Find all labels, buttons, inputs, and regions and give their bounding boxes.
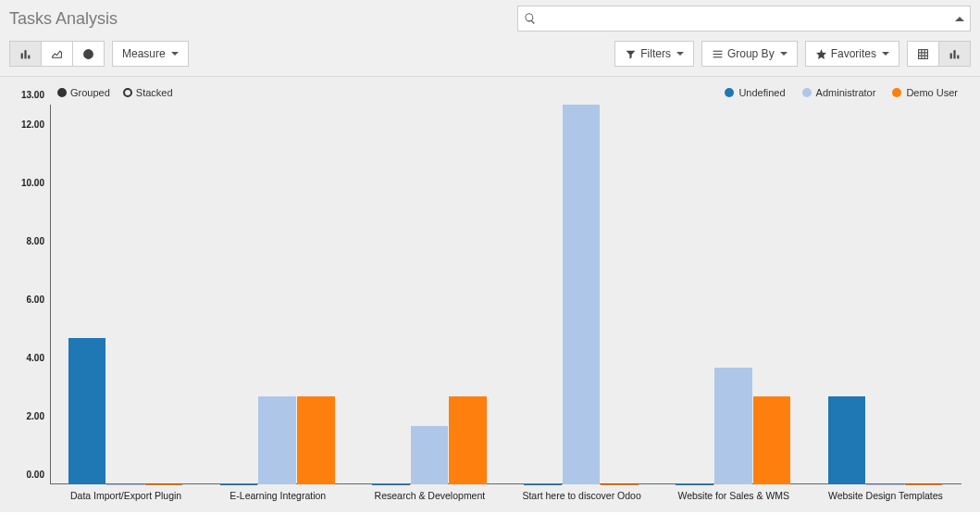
search-icon (524, 12, 537, 25)
bar[interactable] (68, 338, 106, 484)
series-legend: UndefinedAdministratorDemo User (725, 87, 958, 98)
svg-rect-1 (24, 50, 26, 58)
chart-type-group (9, 41, 105, 67)
list-icon (712, 48, 724, 60)
y-tick-label: 6.00 (27, 294, 44, 304)
svg-rect-2 (28, 55, 30, 58)
bar[interactable] (449, 396, 487, 484)
collapse-search-icon[interactable] (955, 17, 964, 21)
line-chart-icon (51, 48, 63, 60)
x-category-label: Research & Development (375, 490, 486, 501)
pivot-view-button[interactable] (907, 41, 939, 67)
bar-chart-icon (949, 48, 961, 60)
pie-chart-icon (82, 48, 94, 60)
svg-rect-5 (713, 56, 723, 57)
bar[interactable] (828, 396, 866, 484)
y-tick-label: 4.00 (27, 352, 44, 362)
table-icon (917, 48, 929, 60)
plot: 0.002.004.006.008.0010.0012.0013.00Data … (50, 105, 961, 484)
legend-dot-icon (725, 88, 734, 97)
stacked-label: Stacked (136, 87, 173, 98)
chevron-down-icon (676, 52, 684, 56)
legend-dot-icon (892, 88, 901, 97)
y-tick-label: 2.00 (27, 410, 44, 420)
groupby-label: Group By (727, 47, 775, 60)
bar[interactable] (524, 484, 562, 485)
x-category-label: Website for Sales & WMS (677, 490, 789, 501)
x-axis (50, 483, 961, 484)
bar[interactable] (676, 484, 713, 485)
bar[interactable] (714, 368, 752, 484)
svg-rect-11 (950, 53, 952, 58)
y-tick-label: 10.00 (21, 177, 44, 187)
legend-item[interactable]: Undefined (725, 87, 785, 98)
search-input[interactable] (537, 12, 955, 26)
filters-dropdown[interactable]: Filters (614, 41, 694, 67)
x-category-label: Data Import/Export Plugin (70, 490, 181, 501)
view-switch-group (907, 41, 971, 67)
bar-chart-button[interactable] (9, 41, 42, 67)
bar[interactable] (220, 484, 258, 485)
svg-rect-12 (953, 50, 955, 58)
legend-item[interactable]: Administrator (802, 87, 876, 98)
bar[interactable] (411, 426, 449, 484)
graph-view-button[interactable] (939, 41, 971, 67)
filter-icon (625, 48, 637, 60)
chart-area: Grouped Stacked UndefinedAdministratorDe… (0, 77, 980, 512)
chevron-down-icon (780, 52, 788, 56)
measure-label: Measure (122, 47, 166, 60)
svg-rect-13 (957, 55, 959, 58)
favorites-dropdown[interactable]: Favorites (805, 41, 899, 67)
legend-label: Undefined (738, 87, 785, 98)
y-axis (50, 105, 51, 484)
radio-empty-icon (123, 88, 132, 97)
grouped-toggle[interactable]: Grouped (57, 87, 110, 98)
grouped-label: Grouped (70, 87, 110, 98)
stacked-toggle[interactable]: Stacked (123, 87, 173, 98)
chevron-down-icon (882, 52, 889, 56)
legend-label: Demo User (906, 87, 958, 98)
bar[interactable] (866, 484, 904, 485)
legend-item[interactable]: Demo User (892, 87, 958, 98)
bar[interactable] (563, 105, 601, 484)
bar[interactable] (601, 484, 639, 485)
groupby-dropdown[interactable]: Group By (701, 41, 798, 67)
y-tick-label: 12.00 (21, 119, 44, 129)
page-title: Tasks Analysis (9, 9, 136, 29)
star-icon (815, 48, 827, 60)
bar[interactable] (106, 484, 144, 485)
svg-rect-6 (919, 49, 928, 58)
pie-chart-button[interactable] (73, 41, 105, 67)
y-tick-label: 8.00 (27, 235, 44, 245)
legend-dot-icon (802, 88, 812, 97)
bar[interactable] (258, 396, 296, 484)
svg-rect-3 (713, 50, 723, 51)
filters-label: Filters (640, 47, 671, 60)
y-tick-label: 13.00 (21, 90, 44, 100)
bar[interactable] (297, 396, 335, 484)
bar[interactable] (905, 484, 943, 485)
legend-label: Administrator (816, 87, 876, 98)
bar[interactable] (372, 484, 410, 485)
bar-chart-icon (19, 48, 31, 60)
favorites-label: Favorites (831, 47, 876, 60)
bar[interactable] (145, 484, 183, 485)
radio-filled-icon (57, 88, 67, 97)
line-chart-button[interactable] (42, 41, 73, 67)
x-category-label: Website Design Templates (828, 490, 943, 501)
y-tick-label: 0.00 (27, 470, 44, 480)
chevron-down-icon (171, 52, 179, 56)
bar[interactable] (753, 396, 791, 484)
measure-dropdown[interactable]: Measure (112, 41, 189, 67)
svg-rect-0 (21, 53, 23, 58)
x-category-label: Start here to discover Odoo (522, 490, 640, 501)
x-category-label: E-Learning Integration (229, 490, 326, 501)
search-box[interactable] (517, 6, 971, 31)
svg-rect-4 (713, 53, 723, 54)
